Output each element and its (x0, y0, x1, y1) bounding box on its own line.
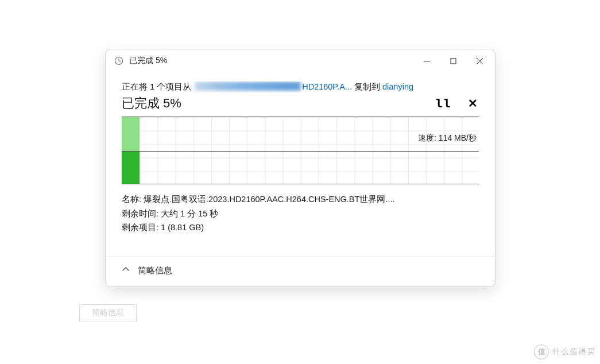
detail-time-remaining: 剩余时间: 大约 1 分 15 秒 (122, 207, 479, 221)
toggle-label: 简略信息 (138, 265, 172, 276)
chevron-up-icon (122, 265, 130, 276)
watermark-icon: 值 (534, 344, 549, 359)
detail-name: 名称: 爆裂点.国粤双语.2023.HD2160P.AAC.H264.CHS-E… (122, 192, 479, 207)
progress-label: 已完成 5% (122, 95, 181, 112)
watermark-text: 什么值得买 (552, 347, 595, 357)
clock-icon (114, 56, 124, 66)
details-section: 名称: 爆裂点.国粤双语.2023.HD2160P.AAC.H264.CHS-E… (122, 192, 479, 235)
copy-progress-dialog: 已完成 5% 正在将 1 个项目从 HD2160P.A... 复制到 diany… (105, 49, 496, 287)
close-button[interactable] (466, 52, 493, 70)
minimize-button[interactable] (413, 52, 440, 70)
source-link[interactable]: HD2160P.A... (302, 82, 352, 91)
background-shadow-label: 简略信息 (79, 304, 137, 322)
window-controls (413, 52, 493, 70)
watermark: 值 什么值得买 (534, 344, 595, 359)
progress-bar-lower (122, 151, 140, 185)
cancel-button[interactable]: ✕ (468, 96, 479, 110)
dest-link[interactable]: dianying (382, 82, 413, 91)
speed-graph: 速度: 114 MB/秒 (122, 117, 479, 184)
window-title: 已完成 5% (129, 56, 413, 66)
maximize-button[interactable] (440, 52, 466, 70)
details-toggle[interactable]: 简略信息 (106, 257, 495, 286)
pause-button[interactable]: ll (436, 96, 452, 110)
source-path-blurred (195, 82, 301, 91)
progress-bar-upper (122, 117, 140, 151)
titlebar: 已完成 5% (106, 49, 495, 72)
copy-description: 正在将 1 个项目从 HD2160P.A... 复制到 dianying (122, 82, 479, 92)
detail-items-remaining: 剩余项目: 1 (8.81 GB) (122, 220, 479, 235)
svg-rect-1 (451, 59, 456, 64)
speed-label: 速度: 114 MB/秒 (418, 133, 477, 144)
